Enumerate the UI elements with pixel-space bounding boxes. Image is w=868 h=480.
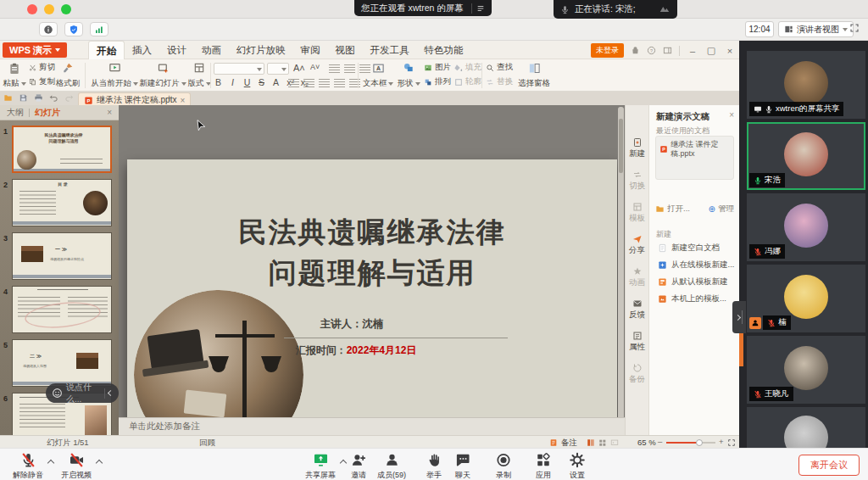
manage-button[interactable]: ⊕管理 [709, 204, 734, 215]
recent-file-card[interactable]: P 继承法 课件定稿.pptx [655, 136, 734, 180]
wps-menu-item[interactable]: 设计 [159, 41, 194, 59]
side-strip-switch[interactable]: 切换 [626, 170, 648, 192]
help-icon[interactable]: ? [647, 46, 656, 55]
collapse-chat-icon[interactable] [108, 390, 114, 396]
slide-title[interactable]: 民法典遗嘱继承法律 问题理解与适用 [127, 212, 617, 293]
fill-button[interactable]: 填充 [454, 62, 481, 73]
leave-meeting-button[interactable]: 离开会议 [798, 455, 860, 476]
slide-thumbnail[interactable]: 目 录 [12, 179, 112, 226]
grow-font-button[interactable]: A˄ [293, 63, 305, 73]
share-screen-button[interactable]: 共享屏幕 [305, 452, 336, 480]
share-menu-icon[interactable] [476, 4, 485, 13]
printer-icon[interactable] [34, 93, 43, 103]
normal-view-icon[interactable] [587, 438, 595, 447]
record-button[interactable]: 录制 [496, 452, 512, 480]
sorter-view-icon[interactable] [598, 438, 607, 447]
task-pane-item[interactable]: 本机上的模板... [658, 293, 726, 304]
copy-button[interactable]: 复制 [29, 76, 55, 87]
chevron-up-icon[interactable] [340, 460, 347, 466]
justify-icon[interactable] [334, 79, 345, 87]
shrink-font-button[interactable]: A˅ [310, 63, 320, 71]
close-pane-icon[interactable]: × [107, 108, 112, 117]
tab-outline[interactable]: 大纲 [7, 107, 24, 119]
undo-icon[interactable] [49, 93, 58, 103]
emoji-icon[interactable] [52, 388, 63, 399]
align-left-icon[interactable] [288, 79, 299, 87]
notes-area[interactable]: 单击此处添加备注 [119, 417, 625, 435]
replace-button[interactable]: 替换 [486, 76, 513, 87]
side-strip-animation[interactable]: 动画 [626, 266, 648, 288]
minimize-window-button[interactable] [44, 4, 54, 14]
slide-thumbnail[interactable] [12, 286, 112, 333]
fullscreen-icon[interactable] [849, 23, 860, 33]
numbering-icon[interactable] [344, 64, 355, 73]
find-button[interactable]: 查找 [486, 62, 513, 73]
wps-maximize-button[interactable]: ▢ [705, 45, 717, 56]
signal-icon[interactable] [90, 22, 108, 36]
collapse-panel-handle[interactable] [732, 301, 746, 333]
slide-thumbnail[interactable]: 民法典遗嘱继承法律问题理解与适用 [12, 126, 112, 173]
align-center-icon[interactable] [303, 79, 314, 87]
bullets-icon[interactable] [329, 64, 340, 73]
raise-hand-button[interactable]: 举手 [426, 452, 442, 480]
start-video-button[interactable]: 开启视频 [61, 452, 92, 480]
textbox-button[interactable]: A 文本框 [362, 61, 394, 90]
format-button[interactable]: A [271, 77, 281, 87]
reading-view-icon[interactable] [610, 438, 619, 447]
zoom-slider[interactable] [666, 442, 715, 444]
task-pane-item[interactable]: 从在线模板新建... [658, 260, 734, 271]
shop-icon[interactable] [631, 46, 640, 55]
participant-tile[interactable]: 楠 [747, 265, 865, 332]
zoom-slider-knob[interactable] [696, 439, 703, 446]
wps-menu-item[interactable]: 动画 [194, 41, 229, 59]
zoom-out-button[interactable]: – [658, 437, 662, 446]
slide-canvas[interactable]: 民法典遗嘱继承法律 问题理解与适用 主讲人：沈楠 汇报时间：2022年4月12日 [127, 159, 617, 429]
selection-pane-button[interactable]: 选择窗格 [514, 61, 554, 90]
wps-minimize-button[interactable]: – [687, 46, 698, 56]
save-icon[interactable] [19, 93, 28, 103]
slide-thumbnail[interactable]: 一 ≫遗嘱继承的概念和特点 [12, 232, 112, 280]
font-name-select[interactable] [214, 63, 264, 75]
pane-layout-icon[interactable] [663, 46, 672, 55]
wps-menu-item[interactable]: 特色功能 [417, 41, 471, 59]
wps-menu-item[interactable]: 插入 [125, 41, 159, 59]
view-mode-button[interactable]: 演讲者视图 [778, 21, 854, 37]
slide-thumbnail[interactable]: 二 ≫遗嘱继承人范围 [12, 339, 112, 387]
invite-button[interactable]: 邀请 [351, 452, 367, 480]
participant-tile[interactable]: 王晓凡 [747, 336, 865, 404]
side-strip-share-plane[interactable]: 分享 [626, 234, 648, 256]
slide-photo-circle[interactable] [134, 290, 303, 429]
paste-button[interactable]: 粘贴 [2, 61, 27, 90]
participant-tile[interactable]: 宋浩 [747, 122, 865, 190]
canvas-vertical-scrollbar[interactable] [618, 107, 624, 455]
settings-button[interactable]: 设置 [570, 452, 586, 480]
chevron-up-icon[interactable] [96, 460, 103, 466]
font-size-select[interactable] [267, 63, 289, 75]
format-button[interactable]: I [228, 77, 237, 87]
notes-toggle-icon[interactable] [549, 438, 558, 447]
wps-logo[interactable]: WPS 演示 [3, 42, 67, 58]
participant-tile[interactable] [747, 407, 865, 448]
zoom-in-button[interactable]: + [719, 437, 724, 446]
unmute-button[interactable]: 解除静音 [13, 452, 43, 480]
slide-report-text[interactable]: 汇报时间：2022年4月12日 [254, 343, 458, 358]
wps-menu-item[interactable]: 视图 [328, 41, 363, 59]
format-painter-button[interactable]: 格式刷 [53, 61, 83, 90]
side-strip-feedback[interactable]: 反馈 [626, 299, 648, 321]
zoom-window-button[interactable] [61, 4, 71, 14]
close-task-pane-icon[interactable]: × [729, 110, 734, 120]
side-strip-template[interactable]: 模板 [626, 202, 648, 224]
layout-button[interactable]: 版式 [186, 61, 212, 90]
redo-icon[interactable] [64, 93, 74, 103]
login-badge[interactable]: 未登录 [591, 43, 624, 58]
info-icon[interactable] [39, 22, 58, 36]
fit-window-icon[interactable] [727, 438, 736, 447]
open-file-button[interactable]: 打开... [655, 204, 690, 215]
shapes-button[interactable]: 形状 [396, 61, 421, 90]
side-strip-properties[interactable]: 属性 [626, 331, 648, 353]
task-pane-item[interactable]: 新建空白文档 [658, 243, 720, 254]
participant-tile[interactable]: xwtren的屏幕共享 [747, 51, 865, 119]
side-strip-backup[interactable]: 备份 [626, 363, 648, 385]
new-slide-button[interactable]: 新建幻灯片 [141, 61, 185, 90]
arrange-button[interactable]: 排列 [424, 76, 451, 87]
